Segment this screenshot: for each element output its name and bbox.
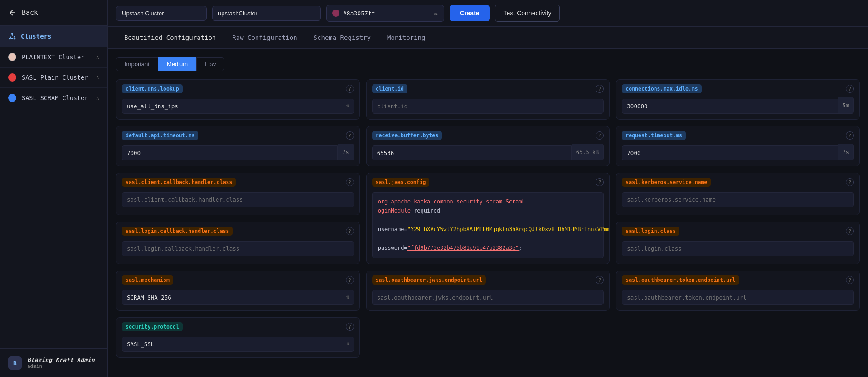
- help-sasl-oauthbearer-token[interactable]: ?: [846, 276, 854, 284]
- card-sasl-kerberos-service-name: sasl.kerberos.service.name ?: [616, 173, 860, 215]
- label-sasl-oauthbearer-jwks: sasl.oauthbearer.jwks.endpoint.url: [372, 276, 486, 285]
- admin-role: admin: [27, 363, 95, 369]
- help-request-timeout-ms[interactable]: ?: [846, 131, 854, 140]
- create-button[interactable]: Create: [450, 5, 490, 21]
- card-connections-max-idle-ms: connections.max.idle.ms ? 5m: [616, 79, 860, 120]
- svg-point-1: [9, 38, 10, 39]
- jaas-content: org.apache.kafka.common.security.scram.S…: [372, 192, 604, 258]
- config-content: Important Medium Low client.dns.lookup ?…: [108, 49, 868, 377]
- sidebar: Back Clusters PLAINTEXT Cluster ∧ SASL P…: [0, 0, 108, 377]
- sasl-plain-cluster-label: SASL Plain Cluster: [22, 74, 88, 81]
- input-receive-buffer-bytes[interactable]: [372, 145, 572, 160]
- card-sasl-jaas-config: sasl.jaas.config ? org.apache.kafka.comm…: [366, 173, 610, 264]
- jaas-module-link[interactable]: org.apache.kafka.common.security.scram.S…: [378, 198, 525, 214]
- ptab-low[interactable]: Low: [196, 57, 224, 71]
- sasl-plain-dot: [8, 73, 16, 82]
- ptab-medium[interactable]: Medium: [158, 57, 196, 71]
- ptab-important[interactable]: Important: [116, 57, 158, 71]
- card-sasl-oauthbearer-token: sasl.oauthbearer.token.endpoint.url ?: [616, 271, 860, 311]
- svg-point-0: [12, 33, 13, 34]
- label-sasl-client-callback: sasl.client.callback.handler.class: [122, 178, 236, 187]
- sidebar-item-sasl-scram[interactable]: SASL SCRAM Cluster ∧: [0, 88, 107, 108]
- help-sasl-kerberos-service-name[interactable]: ?: [846, 178, 854, 186]
- label-client-dns-lookup: client.dns.lookup: [122, 84, 183, 93]
- help-sasl-jaas-config[interactable]: ?: [596, 178, 604, 186]
- label-sasl-oauthbearer-token: sasl.oauthbearer.token.endpoint.url: [622, 276, 739, 285]
- label-sasl-jaas-config: sasl.jaas.config: [372, 178, 430, 187]
- help-default-api-timeout-ms[interactable]: ?: [346, 131, 354, 140]
- main-tabs: Beautified Configuration Raw Configurati…: [108, 27, 868, 49]
- card-sasl-oauthbearer-jwks: sasl.oauthbearer.jwks.endpoint.url ?: [366, 271, 610, 311]
- card-client-dns-lookup: client.dns.lookup ? use_all_dns_ips: [116, 79, 360, 120]
- card-sasl-login-class: sasl.login.class ?: [616, 222, 860, 264]
- help-connections-max-idle-ms[interactable]: ?: [846, 85, 854, 93]
- help-sasl-mechanism[interactable]: ?: [346, 276, 354, 284]
- label-sasl-login-callback: sasl.login.callback.handler.class: [122, 227, 233, 236]
- label-security-protocol: security.protocol: [122, 322, 183, 331]
- sasl-scram-chevron-icon: ∧: [96, 95, 99, 101]
- card-client-id: client.id ?: [366, 79, 610, 120]
- jaas-username-value: "Y29tbXVuYWwtY2hpbXAtMTE0MjgkFn3hXrqcQJl…: [407, 226, 610, 232]
- sidebar-item-clusters[interactable]: Clusters: [0, 26, 107, 47]
- help-client-id[interactable]: ?: [596, 85, 604, 93]
- label-connections-max-idle-ms: connections.max.idle.ms: [622, 84, 701, 93]
- tab-schema-registry[interactable]: Schema Registry: [305, 27, 379, 48]
- tab-monitoring[interactable]: Monitoring: [379, 27, 433, 48]
- input-connections-max-idle-ms[interactable]: [622, 99, 838, 114]
- cluster-code-input[interactable]: [212, 6, 321, 21]
- admin-name: Blazing Kraft Admin: [27, 357, 95, 363]
- color-picker[interactable]: #8a3057ff ✏: [326, 5, 444, 22]
- input-sasl-login-class[interactable]: [622, 241, 854, 256]
- svg-point-2: [14, 38, 15, 39]
- help-sasl-login-class[interactable]: ?: [846, 227, 854, 235]
- back-label: Back: [22, 9, 38, 17]
- clusters-label: Clusters: [21, 33, 51, 40]
- pencil-icon[interactable]: ✏: [434, 9, 438, 18]
- input-sasl-kerberos-service-name[interactable]: [622, 192, 854, 207]
- unit-receive-buffer-bytes: 65.5 kB: [572, 144, 604, 160]
- label-default-api-timeout-ms: default.api.timeout.ms: [122, 131, 198, 140]
- label-sasl-login-class: sasl.login.class: [622, 227, 679, 236]
- label-receive-buffer-bytes: receive.buffer.bytes: [372, 131, 442, 140]
- unit-connections-max-idle-ms: 5m: [838, 97, 854, 114]
- input-sasl-login-callback[interactable]: [122, 241, 354, 256]
- input-sasl-oauthbearer-jwks[interactable]: [372, 290, 604, 305]
- plaintext-dot: [8, 53, 16, 61]
- select-client-dns-lookup[interactable]: use_all_dns_ips: [122, 99, 354, 114]
- main-content: #8a3057ff ✏ Create Test Connectivity Bea…: [108, 0, 868, 377]
- help-sasl-oauthbearer-jwks[interactable]: ?: [596, 276, 604, 284]
- input-client-id[interactable]: [372, 99, 604, 114]
- sasl-plain-chevron-icon: ∧: [96, 74, 99, 81]
- select-security-protocol[interactable]: SASL_SSL: [122, 337, 354, 352]
- sidebar-footer: B Blazing Kraft Admin admin: [0, 348, 107, 377]
- sidebar-item-sasl-plain[interactable]: SASL Plain Cluster ∧: [0, 68, 107, 88]
- select-sasl-mechanism[interactable]: SCRAM-SHA-256: [122, 290, 354, 305]
- config-grid: client.dns.lookup ? use_all_dns_ips clie…: [116, 79, 860, 358]
- help-client-dns-lookup[interactable]: ?: [346, 85, 354, 93]
- cluster-name-input[interactable]: [116, 6, 207, 21]
- tab-beautified[interactable]: Beautified Configuration: [116, 27, 224, 48]
- input-sasl-client-callback[interactable]: [122, 192, 354, 207]
- sidebar-item-plaintext[interactable]: PLAINTEXT Cluster ∧: [0, 47, 107, 68]
- help-sasl-login-callback[interactable]: ?: [346, 227, 354, 235]
- help-security-protocol[interactable]: ?: [346, 323, 354, 331]
- input-default-api-timeout-ms[interactable]: [122, 145, 338, 160]
- label-sasl-mechanism: sasl.mechanism: [122, 276, 173, 285]
- input-request-timeout-ms[interactable]: [622, 145, 838, 160]
- card-sasl-login-callback: sasl.login.callback.handler.class ?: [116, 222, 360, 264]
- label-request-timeout-ms: request.timeout.ms: [622, 131, 686, 140]
- clusters-icon: [8, 32, 16, 40]
- back-button[interactable]: Back: [0, 0, 107, 26]
- help-sasl-client-callback[interactable]: ?: [346, 178, 354, 186]
- input-sasl-oauthbearer-token[interactable]: [622, 290, 854, 305]
- back-icon: [8, 8, 17, 17]
- card-receive-buffer-bytes: receive.buffer.bytes ? 65.5 kB: [366, 126, 610, 166]
- tab-raw[interactable]: Raw Configuration: [224, 27, 305, 48]
- sasl-scram-dot: [8, 94, 16, 102]
- color-hex-value: #8a3057ff: [343, 10, 430, 17]
- card-request-timeout-ms: request.timeout.ms ? 7s: [616, 126, 860, 166]
- priority-tabs: Important Medium Low: [116, 57, 860, 71]
- test-connectivity-button[interactable]: Test Connectivity: [495, 5, 560, 22]
- help-receive-buffer-bytes[interactable]: ?: [596, 131, 604, 140]
- unit-default-api-timeout-ms: 7s: [338, 144, 354, 160]
